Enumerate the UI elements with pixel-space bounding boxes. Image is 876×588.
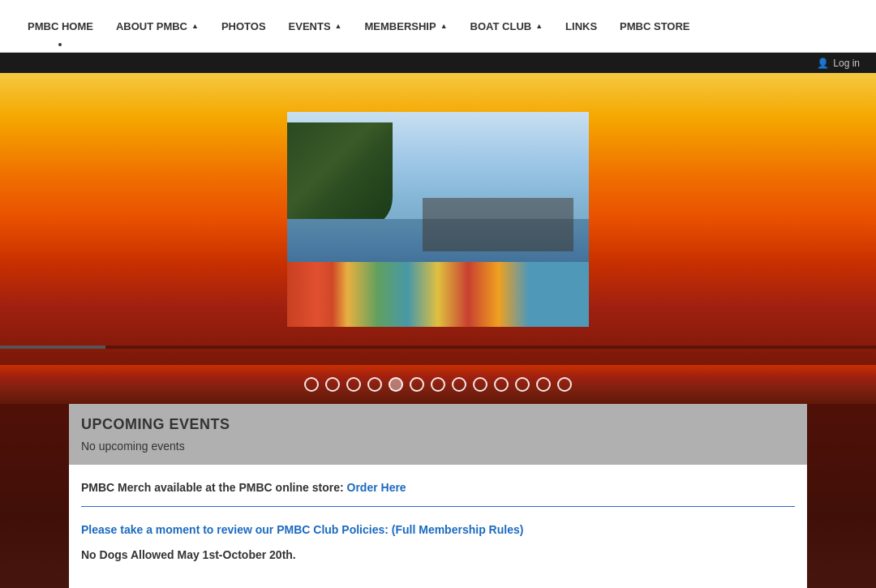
carousel-dot-3[interactable]: [346, 377, 361, 392]
boats-layer: [287, 262, 589, 327]
carousel-dot-8[interactable]: [452, 377, 466, 392]
policy-line: Please take a moment to review our PMBC …: [81, 523, 795, 536]
nav-item-boat-club[interactable]: BOAT CLUB ▲: [459, 0, 555, 53]
hero-section: UPCOMING EVENTS No upcoming events PMBC …: [0, 73, 876, 588]
chevron-down-icon: ▲: [440, 0, 448, 53]
nav-item-links[interactable]: LINKS: [554, 0, 608, 53]
nav-item-events[interactable]: EVENTS ▲: [277, 0, 354, 53]
divider: [81, 506, 795, 507]
policy-text: Please take a moment to review our PMBC …: [81, 523, 389, 536]
dock-layer: [423, 198, 573, 251]
nav-item-about-pmbc[interactable]: ABOUT PMBC ▲: [105, 0, 210, 53]
nav-label: PMBC STORE: [620, 0, 689, 53]
chevron-down-icon: ▲: [191, 0, 199, 53]
black-bar: 👤 Log in: [0, 53, 876, 73]
navigation: PMBC HOME ABOUT PMBC ▲ PHOTOS EVENTS ▲ M…: [0, 0, 876, 53]
policy-link-label: Full Membership Rules: [395, 523, 519, 536]
nav-item-membership[interactable]: MEMBERSHIP ▲: [354, 0, 459, 53]
nav-label: PHOTOS: [221, 0, 266, 53]
hero-background: [0, 73, 876, 365]
person-icon: 👤: [817, 58, 829, 69]
carousel-dot-13[interactable]: [557, 377, 572, 392]
nav-label: MEMBERSHIP: [365, 0, 436, 53]
nav-label: ABOUT PMBC: [116, 0, 187, 53]
no-events-text: No upcoming events: [81, 440, 795, 453]
nav-item-photos[interactable]: PHOTOS: [210, 0, 277, 53]
carousel-dot-7[interactable]: [431, 377, 445, 392]
carousel-dot-5[interactable]: [389, 377, 403, 392]
carousel-dot-9[interactable]: [473, 377, 487, 392]
log-in-button[interactable]: 👤 Log in: [817, 58, 860, 69]
full-membership-rules-link[interactable]: Full Membership Rules: [395, 523, 519, 536]
carousel-dot-1[interactable]: [304, 377, 319, 392]
nav-active-dot: [58, 43, 62, 46]
trees-layer: [287, 122, 393, 230]
merch-line: PMBC Merch available at the PMBC online …: [81, 481, 795, 494]
nav-label: LINKS: [565, 0, 597, 53]
no-dogs-text: No Dogs Allowed May 1st-October 20th.: [81, 548, 795, 561]
progress-bar-container: [0, 346, 876, 349]
carousel-dot-2[interactable]: [325, 377, 340, 392]
carousel-dot-4[interactable]: [367, 377, 382, 392]
content-section: PMBC Merch available at the PMBC online …: [69, 465, 807, 588]
nav-label: EVENTS: [289, 0, 331, 53]
hero-image: [287, 112, 589, 327]
order-here-link[interactable]: Order Here: [347, 481, 406, 494]
chevron-down-icon: ▲: [335, 0, 342, 53]
log-in-label: Log in: [833, 58, 860, 69]
carousel-dots: [0, 365, 876, 404]
carousel-dot-11[interactable]: [515, 377, 530, 392]
upcoming-events-title: UPCOMING EVENTS: [81, 416, 795, 433]
carousel-dot-10[interactable]: [494, 377, 509, 392]
progress-bar-fill: [0, 346, 105, 349]
chevron-down-icon: ▲: [535, 0, 543, 53]
nav-item-pmbc-store[interactable]: PMBC STORE: [608, 0, 701, 53]
nav-label: BOAT CLUB: [470, 0, 532, 53]
carousel-dot-6[interactable]: [410, 377, 424, 392]
merch-link-label: Order Here: [347, 481, 406, 494]
nav-menu: PMBC HOME ABOUT PMBC ▲ PHOTOS EVENTS ▲ M…: [16, 0, 702, 53]
nav-item-pmbc-home[interactable]: PMBC HOME: [16, 0, 105, 53]
merch-text: PMBC Merch available at the PMBC online …: [81, 481, 344, 494]
policy-suffix: ): [520, 523, 524, 536]
carousel-dot-12[interactable]: [536, 377, 551, 392]
upcoming-events-section: UPCOMING EVENTS No upcoming events: [69, 404, 807, 465]
